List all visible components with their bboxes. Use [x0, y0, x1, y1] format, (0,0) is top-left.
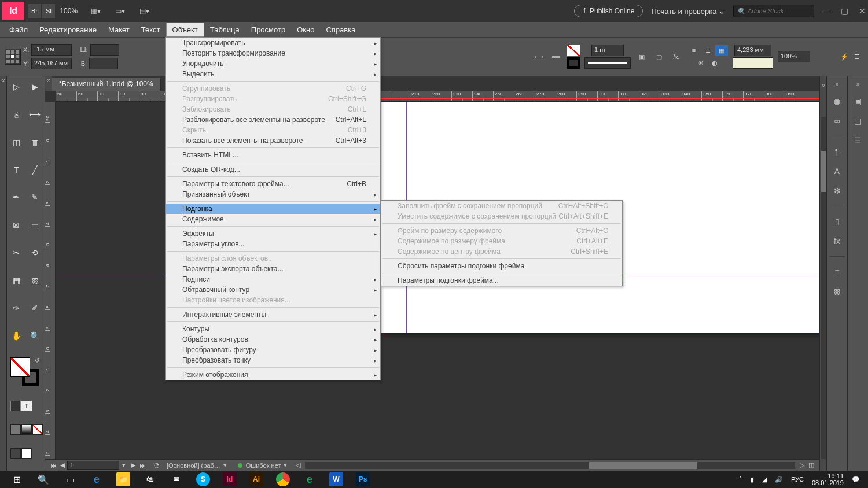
notifications-icon[interactable]: 💬 — [852, 476, 860, 483]
page-number-field[interactable]: 1 — [67, 461, 119, 470]
menu-item[interactable]: Параметры текстового фрейма...Ctrl+B — [166, 179, 380, 189]
free-transform-tool[interactable]: ⟲ — [26, 245, 43, 261]
panel-menu-icon[interactable]: ☰ — [851, 51, 863, 62]
menu-view[interactable]: Просмотр — [245, 23, 291, 36]
opacity-field[interactable]: 100% — [778, 51, 810, 62]
menu-file[interactable]: Файл — [3, 23, 34, 36]
wifi-icon[interactable]: ◢ — [762, 476, 767, 483]
stroke-weight-field[interactable]: 1 пт — [591, 45, 624, 56]
vertical-scrollbar[interactable] — [821, 117, 826, 459]
preflight-dropdown-icon[interactable]: ▾ — [220, 461, 230, 469]
menu-item[interactable]: Параметры углов... — [166, 239, 380, 249]
width-field[interactable] — [90, 44, 119, 56]
flip-vertical-icon[interactable]: ⟸ — [550, 51, 562, 62]
edge-legacy-icon[interactable]: e — [296, 471, 323, 488]
system-clock[interactable]: 19:11 08.01.2019 — [812, 472, 844, 486]
screen-mode-icon[interactable]: ▭▾ — [113, 5, 126, 17]
gradient-feather-tool[interactable]: ▨ — [26, 272, 43, 289]
reference-point-selector[interactable] — [5, 49, 21, 65]
vscroll-thumb[interactable] — [821, 151, 826, 192]
pages-panel-icon[interactable]: ▯ — [832, 216, 843, 227]
menu-item[interactable]: Выделить — [166, 69, 380, 79]
align-icon[interactable]: ≡ — [832, 266, 843, 278]
menu-item[interactable]: Подгонка — [166, 204, 380, 214]
adobe-stock-search[interactable]: 🔍 Adobe Stock — [733, 5, 814, 17]
menu-item[interactable]: Содержимое — [166, 214, 380, 224]
horizontal-scrollbar[interactable] — [305, 462, 795, 469]
menu-table[interactable]: Таблица — [204, 23, 245, 36]
direct-selection-tool[interactable]: ▶ — [26, 79, 43, 95]
tab-collapse[interactable]: « — [45, 76, 52, 91]
next-page-button[interactable]: ▶ — [128, 461, 138, 469]
menu-item[interactable]: Интерактивные элементы — [166, 309, 380, 320]
effects-panel-icon[interactable]: fx — [832, 235, 843, 247]
effects-icon[interactable]: fx. — [670, 51, 683, 62]
gradient-tool[interactable]: ▦ — [8, 272, 25, 289]
object-styles-icon[interactable]: ✻ — [832, 185, 843, 197]
edge-icon[interactable]: e — [83, 471, 110, 488]
flip-horizontal-icon[interactable]: ⟷ — [532, 51, 545, 62]
left-collapse-strip[interactable]: « — [0, 76, 7, 471]
menu-window[interactable]: Окно — [291, 23, 320, 36]
fit-frame-icon[interactable]: ▣ — [635, 51, 648, 62]
menu-item[interactable]: Обтравочный контур — [166, 284, 380, 295]
fill-stroke-proxy[interactable]: ↺ — [10, 357, 39, 386]
swatches-icon[interactable]: ▩ — [832, 286, 843, 297]
line-tool[interactable]: ╱ — [26, 162, 43, 178]
menu-object[interactable]: Объект — [166, 23, 204, 37]
right-collapse-3[interactable]: » — [856, 81, 860, 87]
menu-item[interactable]: Упорядочить — [166, 58, 380, 69]
menu-item[interactable]: Контуры — [166, 324, 380, 334]
stroke-style-dropdown[interactable] — [584, 57, 631, 69]
menu-item[interactable]: Привязанный объект — [166, 189, 380, 199]
menu-item[interactable]: Эффекты — [166, 228, 380, 239]
scroll-left-icon[interactable]: ◁ — [293, 461, 303, 469]
menu-item[interactable]: Разблокировать все элементы на развороте… — [166, 114, 380, 125]
bridge-button[interactable]: Br — [28, 4, 41, 18]
quick-apply-icon[interactable]: ⚡ — [838, 51, 851, 62]
scroll-right-icon[interactable]: ▷ — [797, 461, 807, 469]
zoom-level[interactable]: 100% — [60, 7, 78, 15]
content-collector-tool[interactable]: ◫ — [8, 134, 25, 150]
indesign-taskbar-icon[interactable]: Id — [216, 471, 243, 488]
separations-icon[interactable]: ◫ — [852, 115, 864, 127]
errors-dropdown-icon[interactable]: ▾ — [281, 461, 290, 469]
y-position-field[interactable]: 245,167 мм — [31, 58, 72, 69]
type-tool[interactable]: T — [8, 162, 25, 178]
illustrator-taskbar-icon[interactable]: Ai — [243, 471, 270, 488]
wrap-column-icon[interactable]: ◐ — [708, 57, 721, 69]
wrap-shape-icon[interactable]: ▦ — [715, 45, 728, 56]
trap-presets-icon[interactable]: ☰ — [852, 135, 864, 146]
links-icon[interactable]: ∞ — [832, 115, 843, 127]
format-text-button[interactable]: T — [21, 401, 32, 411]
menu-item[interactable]: Режим отображения — [166, 369, 380, 380]
volume-icon[interactable]: 🔊 — [775, 476, 783, 483]
selection-tool[interactable]: ▷ — [8, 79, 25, 95]
menu-item[interactable]: Создать QR-код... — [166, 164, 380, 175]
menu-item[interactable]: Повторить трансформирование — [166, 48, 380, 58]
swap-icon[interactable]: ↺ — [35, 357, 39, 364]
menu-item[interactable]: Преобразовать точку — [166, 355, 380, 365]
menu-help[interactable]: Справка — [320, 23, 361, 36]
wrap-jump-icon[interactable]: ☀ — [694, 57, 707, 69]
color-swatch-field[interactable] — [733, 57, 773, 69]
pen-tool[interactable]: ✒ — [8, 189, 25, 205]
publish-online-button[interactable]: ⤴ Publish Online — [574, 5, 643, 17]
menu-edit[interactable]: Редактирование — [34, 23, 102, 36]
close-button[interactable]: ✕ — [859, 6, 866, 16]
menu-item[interactable]: Показать все элементы на разворотеCtrl+A… — [166, 135, 380, 146]
wrap-none-icon[interactable]: ≡ — [687, 45, 700, 56]
file-explorer-icon[interactable]: 📁 — [110, 471, 137, 488]
page-dropdown-icon[interactable]: ▾ — [119, 461, 128, 469]
character-styles-icon[interactable]: A — [832, 165, 843, 177]
menu-item[interactable]: Параметры экспорта объекта... — [166, 264, 380, 274]
vertical-ruler[interactable]: 90012345678901234567 — [45, 102, 56, 459]
zoom-tool[interactable]: 🔍 — [26, 328, 43, 344]
apply-none-button[interactable] — [32, 424, 43, 435]
prev-page-button[interactable]: ◀ — [58, 461, 67, 469]
last-page-button[interactable]: ⏭ — [138, 462, 147, 469]
search-icon[interactable]: 🔍 — [30, 471, 57, 488]
format-container-button[interactable] — [10, 401, 21, 411]
x-position-field[interactable]: -15 мм — [31, 44, 72, 56]
height-field[interactable] — [89, 58, 118, 69]
